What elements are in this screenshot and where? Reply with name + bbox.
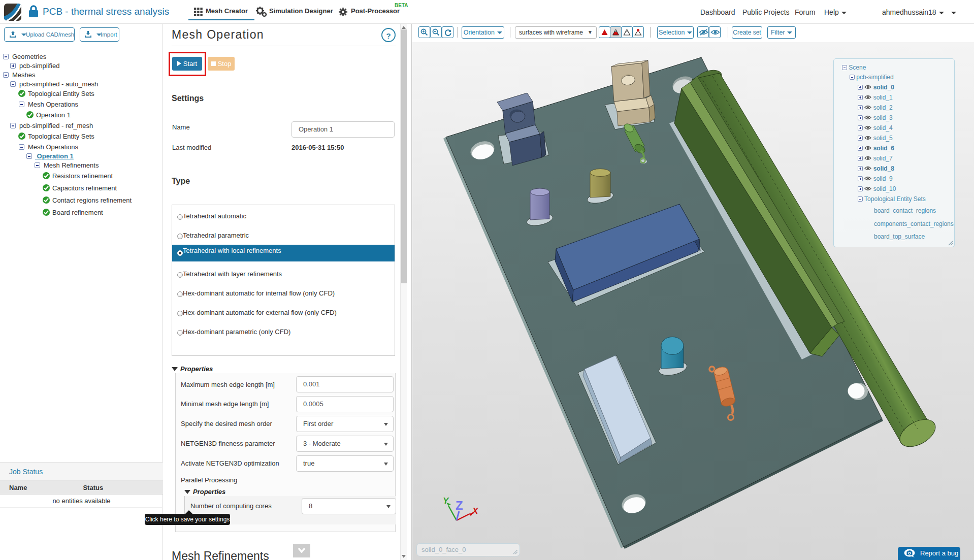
svg-text:Y: Y	[443, 496, 449, 506]
svg-text:Z: Z	[456, 499, 463, 512]
svg-text:X: X	[472, 506, 479, 516]
